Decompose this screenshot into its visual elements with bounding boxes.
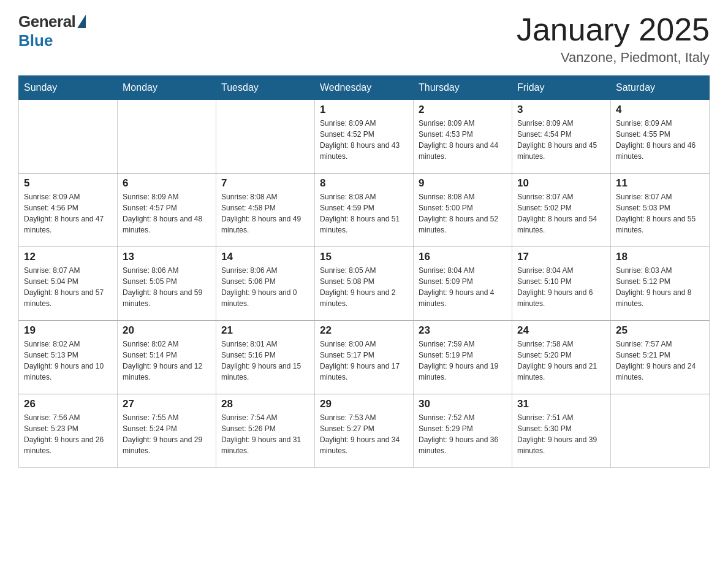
calendar-day-cell: 12Sunrise: 8:07 AMSunset: 5:04 PMDayligh…	[19, 247, 118, 321]
day-info: Sunrise: 8:07 AMSunset: 5:02 PMDaylight:…	[517, 191, 605, 236]
day-number: 15	[320, 251, 408, 263]
day-info: Sunrise: 8:07 AMSunset: 5:03 PMDaylight:…	[616, 191, 704, 236]
day-info: Sunrise: 8:09 AMSunset: 4:56 PMDaylight:…	[24, 191, 112, 236]
day-info: Sunrise: 8:06 AMSunset: 5:05 PMDaylight:…	[123, 265, 211, 309]
day-number: 18	[616, 251, 704, 263]
calendar-title: January 2025	[517, 12, 710, 47]
logo-general-text: General	[18, 12, 75, 31]
day-number: 4	[616, 104, 704, 116]
day-number: 2	[419, 104, 507, 116]
day-number: 20	[123, 324, 211, 337]
day-number: 28	[221, 398, 309, 410]
day-info: Sunrise: 8:08 AMSunset: 5:00 PMDaylight:…	[419, 191, 507, 236]
day-info: Sunrise: 7:51 AMSunset: 5:30 PMDaylight:…	[517, 412, 605, 456]
day-number: 27	[123, 398, 211, 410]
day-number: 31	[517, 398, 605, 410]
logo: General Blue	[18, 12, 86, 50]
day-of-week-header: Wednesday	[315, 76, 414, 100]
day-info: Sunrise: 8:02 AMSunset: 5:13 PMDaylight:…	[24, 339, 112, 383]
calendar-day-cell: 13Sunrise: 8:06 AMSunset: 5:05 PMDayligh…	[118, 247, 216, 321]
calendar-day-cell: 17Sunrise: 8:04 AMSunset: 5:10 PMDayligh…	[512, 247, 611, 321]
calendar-day-cell: 30Sunrise: 7:52 AMSunset: 5:29 PMDayligh…	[414, 394, 512, 468]
day-number: 7	[221, 177, 309, 190]
day-number: 1	[320, 104, 408, 116]
calendar-day-cell: 8Sunrise: 8:08 AMSunset: 4:59 PMDaylight…	[315, 174, 414, 247]
day-number: 26	[24, 398, 112, 410]
day-info: Sunrise: 7:58 AMSunset: 5:20 PMDaylight:…	[517, 339, 605, 383]
day-number: 21	[221, 324, 309, 337]
day-number: 24	[517, 324, 605, 337]
calendar-day-cell: 27Sunrise: 7:55 AMSunset: 5:24 PMDayligh…	[118, 394, 216, 468]
calendar-day-cell: 18Sunrise: 8:03 AMSunset: 5:12 PMDayligh…	[611, 247, 710, 321]
day-info: Sunrise: 7:52 AMSunset: 5:29 PMDaylight:…	[419, 412, 507, 456]
day-info: Sunrise: 8:09 AMSunset: 4:54 PMDaylight:…	[517, 118, 605, 162]
day-info: Sunrise: 7:53 AMSunset: 5:27 PMDaylight:…	[320, 412, 408, 456]
calendar-day-cell: 29Sunrise: 7:53 AMSunset: 5:27 PMDayligh…	[315, 394, 414, 468]
calendar-day-cell: 28Sunrise: 7:54 AMSunset: 5:26 PMDayligh…	[216, 394, 315, 468]
calendar-day-cell: 1Sunrise: 8:09 AMSunset: 4:52 PMDaylight…	[315, 100, 414, 174]
day-info: Sunrise: 8:01 AMSunset: 5:16 PMDaylight:…	[221, 339, 309, 383]
calendar-day-cell: 3Sunrise: 8:09 AMSunset: 4:54 PMDaylight…	[512, 100, 611, 174]
day-info: Sunrise: 8:08 AMSunset: 4:58 PMDaylight:…	[221, 191, 309, 236]
day-number: 22	[320, 324, 408, 337]
page-header: General Blue January 2025 Vanzone, Piedm…	[18, 12, 710, 66]
calendar-day-cell	[216, 100, 315, 174]
calendar-day-cell	[19, 100, 118, 174]
calendar-day-cell: 21Sunrise: 8:01 AMSunset: 5:16 PMDayligh…	[216, 321, 315, 394]
calendar-day-cell	[118, 100, 216, 174]
day-of-week-header: Monday	[118, 76, 216, 100]
calendar-week-row: 26Sunrise: 7:56 AMSunset: 5:23 PMDayligh…	[19, 394, 710, 468]
calendar-day-cell: 16Sunrise: 8:04 AMSunset: 5:09 PMDayligh…	[414, 247, 512, 321]
day-info: Sunrise: 7:55 AMSunset: 5:24 PMDaylight:…	[123, 412, 211, 456]
day-of-week-header: Sunday	[19, 76, 118, 100]
day-number: 11	[616, 177, 704, 190]
calendar-day-cell: 19Sunrise: 8:02 AMSunset: 5:13 PMDayligh…	[19, 321, 118, 394]
calendar-day-cell: 4Sunrise: 8:09 AMSunset: 4:55 PMDaylight…	[611, 100, 710, 174]
day-number: 5	[24, 177, 112, 190]
day-info: Sunrise: 7:57 AMSunset: 5:21 PMDaylight:…	[616, 339, 704, 383]
calendar-day-cell: 31Sunrise: 7:51 AMSunset: 5:30 PMDayligh…	[512, 394, 611, 468]
calendar-day-cell: 9Sunrise: 8:08 AMSunset: 5:00 PMDaylight…	[414, 174, 512, 247]
day-info: Sunrise: 8:05 AMSunset: 5:08 PMDaylight:…	[320, 265, 408, 309]
calendar-day-cell	[611, 394, 710, 468]
calendar-subtitle: Vanzone, Piedmont, Italy	[517, 50, 710, 66]
day-info: Sunrise: 8:07 AMSunset: 5:04 PMDaylight:…	[24, 265, 112, 309]
day-number: 17	[517, 251, 605, 263]
day-info: Sunrise: 8:03 AMSunset: 5:12 PMDaylight:…	[616, 265, 704, 309]
calendar-day-cell: 20Sunrise: 8:02 AMSunset: 5:14 PMDayligh…	[118, 321, 216, 394]
day-info: Sunrise: 7:54 AMSunset: 5:26 PMDaylight:…	[221, 412, 309, 456]
calendar-header-row: SundayMondayTuesdayWednesdayThursdayFrid…	[19, 76, 710, 100]
day-number: 10	[517, 177, 605, 190]
day-info: Sunrise: 8:04 AMSunset: 5:09 PMDaylight:…	[419, 265, 507, 309]
day-number: 12	[24, 251, 112, 263]
calendar-week-row: 19Sunrise: 8:02 AMSunset: 5:13 PMDayligh…	[19, 321, 710, 394]
logo-blue-text: Blue	[18, 31, 53, 50]
calendar-day-cell: 7Sunrise: 8:08 AMSunset: 4:58 PMDaylight…	[216, 174, 315, 247]
day-number: 3	[517, 104, 605, 116]
day-info: Sunrise: 8:00 AMSunset: 5:17 PMDaylight:…	[320, 339, 408, 383]
day-info: Sunrise: 8:09 AMSunset: 4:52 PMDaylight:…	[320, 118, 408, 162]
day-number: 8	[320, 177, 408, 190]
calendar-day-cell: 14Sunrise: 8:06 AMSunset: 5:06 PMDayligh…	[216, 247, 315, 321]
day-number: 16	[419, 251, 507, 263]
day-info: Sunrise: 8:08 AMSunset: 4:59 PMDaylight:…	[320, 191, 408, 236]
day-number: 6	[123, 177, 211, 190]
calendar-table: SundayMondayTuesdayWednesdayThursdayFrid…	[18, 75, 710, 468]
calendar-day-cell: 15Sunrise: 8:05 AMSunset: 5:08 PMDayligh…	[315, 247, 414, 321]
calendar-day-cell: 11Sunrise: 8:07 AMSunset: 5:03 PMDayligh…	[611, 174, 710, 247]
day-number: 29	[320, 398, 408, 410]
calendar-day-cell: 26Sunrise: 7:56 AMSunset: 5:23 PMDayligh…	[19, 394, 118, 468]
day-info: Sunrise: 8:02 AMSunset: 5:14 PMDaylight:…	[123, 339, 211, 383]
day-of-week-header: Friday	[512, 76, 611, 100]
day-number: 23	[419, 324, 507, 337]
calendar-day-cell: 25Sunrise: 7:57 AMSunset: 5:21 PMDayligh…	[611, 321, 710, 394]
day-number: 19	[24, 324, 112, 337]
day-number: 13	[123, 251, 211, 263]
day-info: Sunrise: 8:09 AMSunset: 4:57 PMDaylight:…	[123, 191, 211, 236]
title-section: January 2025 Vanzone, Piedmont, Italy	[517, 12, 710, 66]
calendar-day-cell: 24Sunrise: 7:58 AMSunset: 5:20 PMDayligh…	[512, 321, 611, 394]
day-of-week-header: Thursday	[414, 76, 512, 100]
day-of-week-header: Saturday	[611, 76, 710, 100]
day-info: Sunrise: 8:04 AMSunset: 5:10 PMDaylight:…	[517, 265, 605, 309]
calendar-week-row: 1Sunrise: 8:09 AMSunset: 4:52 PMDaylight…	[19, 100, 710, 174]
